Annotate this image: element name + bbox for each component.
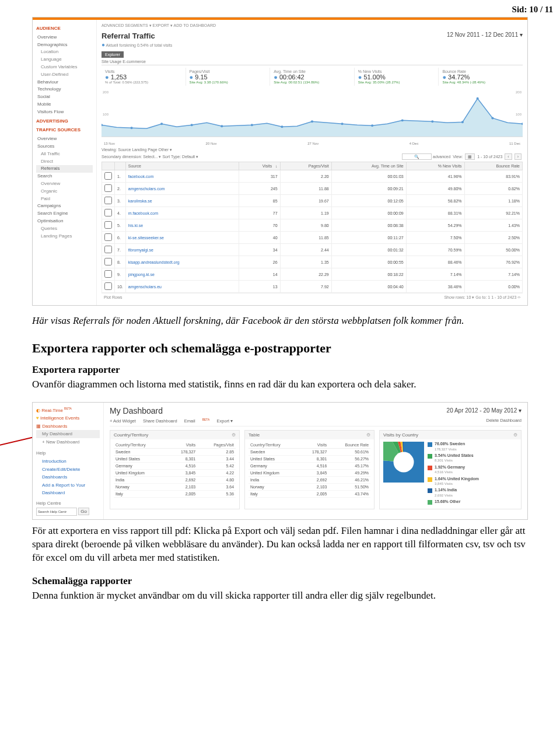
table-row[interactable]: 1.facebook.com3172.2000:01:0341.96%83.91…: [102, 170, 523, 183]
metric-card[interactable]: Visits● 1,253% of Total: 0.56% (222,575): [102, 68, 186, 86]
share-dashboard-button[interactable]: Share Dashboard: [143, 418, 177, 424]
sidebar-item[interactable]: Sources: [36, 143, 93, 151]
prev-page-button[interactable]: ‹: [505, 153, 512, 160]
metric-card[interactable]: % New Visits● 51.00%Site Avg: 35.00% (28…: [355, 68, 439, 86]
help-link[interactable]: Add a Report to Your Dashboard: [36, 481, 100, 497]
row-checkbox[interactable]: [104, 221, 112, 229]
help-search-input[interactable]: Search Help Centr: [36, 508, 77, 516]
table-row[interactable]: 8.kisapp.andreaslundstedt.org261.3500:00…: [102, 256, 523, 268]
sidebar-item-referrals[interactable]: Referrals: [36, 165, 93, 173]
sidebar-item[interactable]: Landing Pages: [36, 233, 93, 240]
visits-line-chart[interactable]: 200 100 200 100: [102, 90, 523, 137]
view-toggle[interactable]: ▦: [465, 153, 475, 160]
col-header[interactable]: Country/Territory: [249, 442, 300, 449]
sidebar-item[interactable]: Overview: [36, 135, 93, 143]
table-row[interactable]: 3.karolinska.se8519.6700:12:0558.82%1.18…: [102, 195, 523, 207]
col-header[interactable]: Avg. Time on Site: [331, 162, 406, 170]
search-input[interactable]: 🔍: [402, 153, 432, 160]
dashboard-date-range[interactable]: 20 Apr 2012 - 20 May 2012 ▾: [447, 407, 522, 414]
table-row[interactable]: 4.m.facebook.com771.1900:00:0988.31%92.2…: [102, 207, 523, 219]
source-link[interactable]: fibromyalgi.se: [128, 248, 153, 252]
table-row[interactable]: 7.fibromyalgi.se342.4400:01:3270.59%50.0…: [102, 244, 523, 256]
sidebar-item[interactable]: Organic: [36, 188, 93, 195]
show-rows-select[interactable]: 10 ▾: [467, 295, 475, 299]
sidebar-section-advertising[interactable]: ADVERTISING: [36, 118, 93, 125]
col-header[interactable]: Source: [125, 162, 239, 170]
metric-card[interactable]: Avg. Time on Site● 00:06:42Site Avg: 00:…: [270, 68, 355, 86]
col-header[interactable]: Visits: [300, 442, 328, 449]
col-header[interactable]: Pages/Visit: [280, 162, 331, 170]
col-header[interactable]: Country/Territory: [114, 442, 168, 449]
row-checkbox[interactable]: [104, 233, 112, 241]
email-button[interactable]: Email BETA: [184, 418, 210, 424]
sidebar-item[interactable]: Language: [36, 56, 93, 64]
source-link[interactable]: kisapp.andreaslundstedt.org: [128, 260, 180, 264]
row-checkbox[interactable]: [104, 184, 112, 192]
sidebar-item[interactable]: Search: [36, 173, 93, 180]
sidebar-item[interactable]: Social: [36, 93, 93, 101]
row-checkbox[interactable]: [104, 270, 112, 278]
source-link[interactable]: his.ki.se: [128, 223, 143, 228]
add-widget-button[interactable]: + Add Widget: [110, 418, 136, 424]
source-link[interactable]: facebook.com: [128, 174, 154, 179]
plot-rows-button[interactable]: Plot Rows: [104, 295, 123, 300]
table-row[interactable]: 10.amgenscholars.eu137.9200:04:4038.46%0…: [102, 281, 523, 293]
tab-explorer[interactable]: Explorer: [102, 51, 124, 58]
export-button[interactable]: Export ▾: [216, 418, 233, 424]
col-header[interactable]: [102, 162, 115, 170]
delete-dashboard-button[interactable]: Delete Dashboard: [487, 418, 522, 424]
metric-tabs[interactable]: Site Usage E-commerce: [102, 60, 523, 65]
sidebar-dashboards[interactable]: ▦ Dashboards: [36, 422, 100, 431]
col-header[interactable]: Pages/Visit: [197, 442, 236, 449]
sidebar-item[interactable]: Queries: [36, 225, 93, 233]
source-link[interactable]: amgenscholars.com: [128, 187, 165, 191]
sidebar-item[interactable]: Custom Variables: [36, 64, 93, 71]
sidebar-item[interactable]: Location: [36, 48, 93, 56]
help-link[interactable]: Introduction: [36, 457, 100, 466]
goto-input[interactable]: 1: [488, 295, 490, 299]
row-checkbox[interactable]: [104, 258, 112, 265]
col-header[interactable]: Visits ↓: [239, 162, 280, 170]
col-header[interactable]: % New Visits: [406, 162, 464, 170]
row-checkbox[interactable]: [104, 282, 112, 290]
sidebar-item[interactable]: Demographics: [36, 41, 93, 49]
secondary-dimension[interactable]: Secondary dimension: Select... ▾ Sort Ty…: [102, 155, 198, 159]
sidebar-section-traffic[interactable]: TRAFFIC SOURCES: [36, 127, 93, 134]
sidebar-item[interactable]: All Traffic: [36, 151, 93, 158]
sidebar-section-audience[interactable]: AUDIENCE: [36, 25, 93, 33]
source-link[interactable]: amgenscholars.eu: [128, 285, 162, 289]
sidebar-new-dashboard[interactable]: + New Dashboard: [36, 438, 100, 446]
next-page-button[interactable]: ›: [519, 295, 520, 299]
source-link[interactable]: m.facebook.com: [128, 211, 158, 215]
sidebar-item[interactable]: Behaviour: [36, 79, 93, 86]
sidebar-item[interactable]: User-Defined: [36, 71, 93, 79]
table-row[interactable]: 5.his.ki.se709.8000:08:3854.29%1.43%: [102, 219, 523, 232]
help-search-go-button[interactable]: Go: [78, 508, 89, 515]
col-header[interactable]: Visits: [168, 442, 197, 449]
source-link[interactable]: ki-se.sitesseeker.se: [128, 236, 164, 240]
sidebar-item[interactable]: Paid: [36, 195, 93, 203]
viewing-tabs[interactable]: Viewing: Source Landing Page Other ▾: [102, 148, 172, 152]
next-page-button[interactable]: ›: [514, 153, 522, 160]
sidebar-item[interactable]: Overview: [36, 34, 93, 41]
sidebar-intelligence[interactable]: ♥ Intelligence Events: [36, 414, 100, 422]
table-row[interactable]: 6.ki-se.sitesseeker.se4011.8500:11:277.5…: [102, 232, 523, 244]
col-header[interactable]: Bounce Rate: [464, 162, 522, 170]
table-row[interactable]: 2.amgenscholars.com24511.8800:09:2149.80…: [102, 183, 523, 195]
row-checkbox[interactable]: [104, 197, 112, 204]
sidebar-item[interactable]: Direct: [36, 158, 93, 166]
col-header[interactable]: [115, 162, 126, 170]
sidebar-item[interactable]: Mobile: [36, 101, 93, 109]
source-link[interactable]: karolinska.se: [128, 199, 152, 203]
source-link[interactable]: pingpong.ki.se: [128, 272, 155, 277]
gear-icon[interactable]: ⚙: [513, 432, 517, 438]
help-link[interactable]: Create/Edit/Delete Dashboards: [36, 466, 100, 481]
date-range-picker[interactable]: 12 Nov 2011 - 12 Dec 2011 ▾: [447, 32, 523, 38]
ga-segments-toolbar[interactable]: ADVANCED SEGMENTS ▾ EXPORT ▾ ADD TO DASH…: [102, 23, 523, 28]
row-checkbox[interactable]: [104, 246, 112, 253]
sidebar-item[interactable]: Campaigns: [36, 202, 93, 210]
row-checkbox[interactable]: [104, 209, 112, 216]
sidebar-my-dashboard[interactable]: My Dashboard: [36, 430, 100, 438]
metric-card[interactable]: Pages/Visit● 9.15Site Avg: 3.38 (170.66%…: [186, 68, 271, 86]
col-header[interactable]: Bounce Rate: [328, 442, 370, 449]
